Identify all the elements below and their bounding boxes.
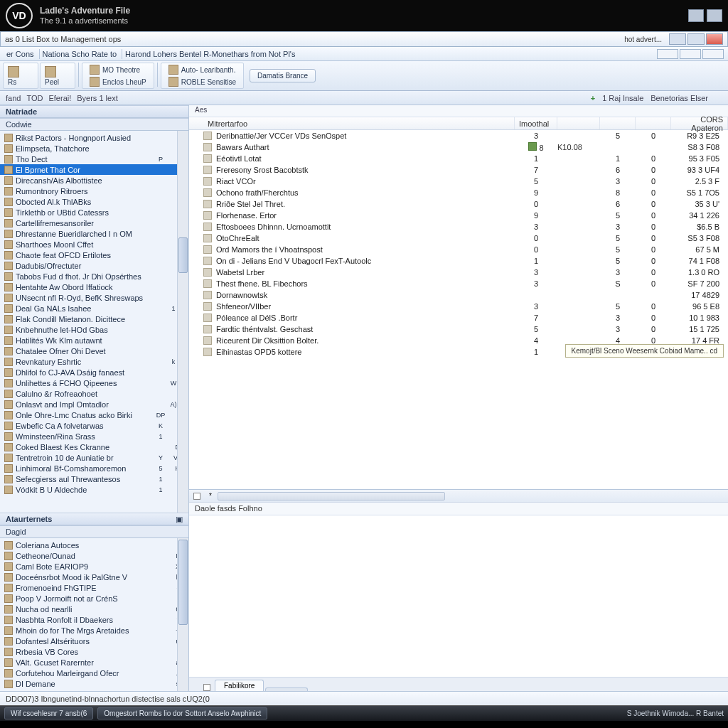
sidebar-item[interactable]: Cartellifremesansoriler▶: [0, 218, 188, 228]
taskbar-button[interactable]: Wif csoehlesnr 7 ansb(6: [4, 707, 93, 719]
bottom-tab[interactable]: [265, 687, 308, 691]
scrollbar-track[interactable]: [177, 131, 188, 513]
titlebar-right-label[interactable]: hot advert...: [624, 36, 662, 43]
sidebar-item[interactable]: Wminsteen/Rina Srass1...: [0, 431, 188, 441]
toolbar-row[interactable]: Auto- Learibanth.: [166, 64, 239, 76]
table-row[interactable]: Eéotivtl Lotat11095 3 F05: [189, 153, 728, 164]
table-row[interactable]: Ochono frath/Fherchtus980S5 1 7O5: [189, 187, 728, 198]
table-row[interactable]: Riact VCOr5302.5 3 F: [189, 176, 728, 187]
scrollbar-thumb[interactable]: [178, 540, 188, 625]
table-row[interactable]: Fardtic théntvalst. Geschast53015 1 725: [189, 323, 728, 335]
table-row[interactable]: Dornawnowtsk17 4829: [189, 289, 728, 301]
menu-box[interactable]: [680, 49, 701, 59]
win-max-icon[interactable]: [707, 9, 722, 22]
add-icon[interactable]: +: [591, 94, 595, 102]
sidebar-section-header[interactable]: Ataurternets ▣: [0, 513, 188, 525]
col-header[interactable]: Imoothal: [515, 117, 557, 129]
table-row[interactable]: Thest fhene. BL Fibechors3S0SF 7 200: [189, 278, 728, 289]
min-button[interactable]: [669, 33, 686, 45]
sidebar-section-header[interactable]: Natriade: [0, 105, 188, 118]
sidebar-item[interactable]: Dadubis/Ofrectuter▶: [0, 260, 188, 271]
table-row[interactable]: OtoChreEalt050S5 3 F08: [189, 232, 728, 244]
sidebar-item[interactable]: Ewbefic Ca A folvetarwasK1: [0, 420, 188, 431]
sidebar-item[interactable]: Fromenoeind FhGTIPE-: [0, 582, 188, 593]
table-row[interactable]: On di - Jelians End V Ubagocrl FexT-Auto…: [189, 255, 728, 267]
table-row[interactable]: Ord Mamors the í Vhoatnspost05067 5 M: [189, 244, 728, 255]
menu-item[interactable]: Harond Lohers Bentel R-Monethars from No…: [122, 49, 297, 59]
menu-item[interactable]: Nationa Scho Rate to: [39, 49, 119, 59]
bottom-tab[interactable]: Fabilikore: [215, 680, 264, 691]
toolbar-row[interactable]: MO Theotre: [87, 64, 149, 76]
sidebar-subsection[interactable]: Codwie: [0, 118, 188, 131]
sidebar-item[interactable]: El Bprnet That Cor: [0, 164, 188, 175]
toolbar-tab[interactable]: Damatis Brance: [250, 69, 316, 82]
sidebar-item[interactable]: Hentahte Aw Obord Iffatiock: [0, 282, 188, 292]
sidebar-item[interactable]: Corfutehou Marleirgand Ofecr..: [0, 668, 188, 678]
col-header[interactable]: [557, 117, 600, 129]
sidebar-item[interactable]: Tentretroin 10 de Auniatie brYVE): [0, 452, 188, 463]
sidebar-item[interactable]: Rikst Pactors - Hongnport Ausied▶: [0, 132, 188, 143]
sidebar-item[interactable]: Nucha od nearlli0: [0, 604, 188, 614]
sidebar-item[interactable]: Rrbesia VB Coresl: [0, 646, 188, 657]
sidebar-item[interactable]: Poop V Jormoift not ar CrénSl: [0, 593, 188, 604]
sidebar-item[interactable]: Dhlifol fo CJ-AVA Dsáig fanaest▶: [0, 367, 188, 378]
sidebar-item[interactable]: Flak Condill Mietanon. Dicittece▶: [0, 314, 188, 324]
subbar-item[interactable]: fand: [6, 94, 21, 102]
table-row[interactable]: Bawars Authart 8K10.08S8 3 F08: [189, 141, 728, 153]
table-row[interactable]: Deribnattie/Jer VCCer VDs SenOspet350R9 …: [189, 130, 728, 141]
system-tray[interactable]: S Joethnik Wimoda... R Bantet: [627, 710, 724, 717]
subbar-item[interactable]: Benetorias Elser: [651, 94, 708, 102]
sidebar-item[interactable]: Chatalee Ofner Ohi Devet▶: [0, 346, 188, 356]
sidebar-item[interactable]: DI Demanes: [0, 678, 188, 689]
close-button[interactable]: [706, 33, 723, 45]
scrollbar-thumb[interactable]: [178, 237, 188, 273]
sidebar-item[interactable]: Rumontnory Ritroers▶: [0, 186, 188, 196]
sidebar-item[interactable]: Caml Bote EARIOP9X: [0, 561, 188, 572]
col-header[interactable]: Mitrertarfoo: [203, 117, 515, 129]
sidebar-subsection[interactable]: Dagid: [0, 525, 188, 538]
sidebar-item[interactable]: Tho DectP5: [0, 154, 188, 164]
toolbar-row[interactable]: Enclos LheuP: [87, 76, 149, 88]
sidebar-item[interactable]: Tirklethb or UBtid Catessrs: [0, 207, 188, 218]
table-row[interactable]: Florhenase. Ertor95034 1 226: [189, 210, 728, 221]
checkbox[interactable]: [203, 684, 210, 691]
col-header[interactable]: CORS Apateron: [671, 117, 728, 129]
toolbar-group[interactable]: Rs: [3, 63, 38, 89]
table-row[interactable]: Shfeneor/VIIber35096 5 E8: [189, 301, 728, 312]
sidebar-item[interactable]: VAlt. Gcuset Rarerntera: [0, 657, 188, 668]
checkbox[interactable]: [193, 493, 200, 500]
sidebar-item[interactable]: Onlasvt and Impl OmtadlorA): [0, 399, 188, 410]
sidebar-item[interactable]: Mhoin do for The Mrgs Aretaides+: [0, 625, 188, 636]
max-button[interactable]: [687, 33, 705, 45]
sidebar-item[interactable]: Dhrestanne Bueridlarched I n OM▶: [0, 228, 188, 239]
table-row[interactable]: Eftosboees Dhinnn. Ucrnoamottit330$6.5 B: [189, 221, 728, 232]
sidebar-item[interactable]: Direcansh/Ais Albottistee▶: [0, 175, 188, 186]
sidebar-item[interactable]: Dofantesl Altsérituorsu: [0, 636, 188, 646]
sidebar-item[interactable]: Calulno &r Rofreaohoet▶: [0, 388, 188, 399]
toolbar-row[interactable]: ROBLE Sensitise: [166, 76, 239, 88]
horizontal-scrollbar[interactable]: [218, 492, 445, 500]
table-row[interactable]: Wabetsl Lrber3301.3 0 RO: [189, 267, 728, 278]
sidebar-item[interactable]: Revnkatury Eshrtick: [0, 356, 188, 367]
scrollbar-track[interactable]: [177, 538, 188, 691]
subbar-item[interactable]: Byers 1 lext: [77, 94, 117, 102]
sidebar-item[interactable]: Elimpseta, Thatchore▶: [0, 143, 188, 154]
sidebar-item[interactable]: Hatilités Wk Klm autawnt▶: [0, 335, 188, 346]
sidebar-item[interactable]: Linhimoral Bf-Comshamoremon5HE: [0, 463, 188, 473]
sidebar-item[interactable]: UNsecnt nfl R-Oyd, BefK Shreswaps: [0, 292, 188, 303]
menu-box[interactable]: [702, 49, 724, 59]
table-row[interactable]: Póleance al DélS .Bortr73010 1 983: [189, 312, 728, 323]
menu-item[interactable]: er Cons: [4, 49, 36, 59]
sidebar-item[interactable]: Nasbhta Ronfolt il Dbaekerst: [0, 614, 188, 625]
sidebar-item[interactable]: Onle Ohre-Lmc Cnatus acko BirkiDP65: [0, 410, 188, 420]
toolbar-group[interactable]: Peel: [40, 63, 75, 89]
subbar-item[interactable]: Eferai!: [48, 94, 71, 102]
menu-box[interactable]: [657, 49, 678, 59]
sidebar-item[interactable]: Vódkit B U Aldechde1.: [0, 484, 188, 495]
taskbar-button[interactable]: Omgestort Rombs lio dor Sottort Anselo A…: [97, 707, 267, 719]
sidebar-item[interactable]: Cetheone/OunadL: [0, 550, 188, 561]
table-row[interactable]: Rriðe Stel Jel Thret.06035 3 U': [189, 198, 728, 210]
table-row[interactable]: Freresony Srost Bacobtstk76093 3 UF4: [189, 164, 728, 176]
sidebar-item[interactable]: Knbehnuthe let-HOd Gbas▶: [0, 324, 188, 335]
subbar-item[interactable]: 1 Raj Insale: [602, 94, 643, 102]
